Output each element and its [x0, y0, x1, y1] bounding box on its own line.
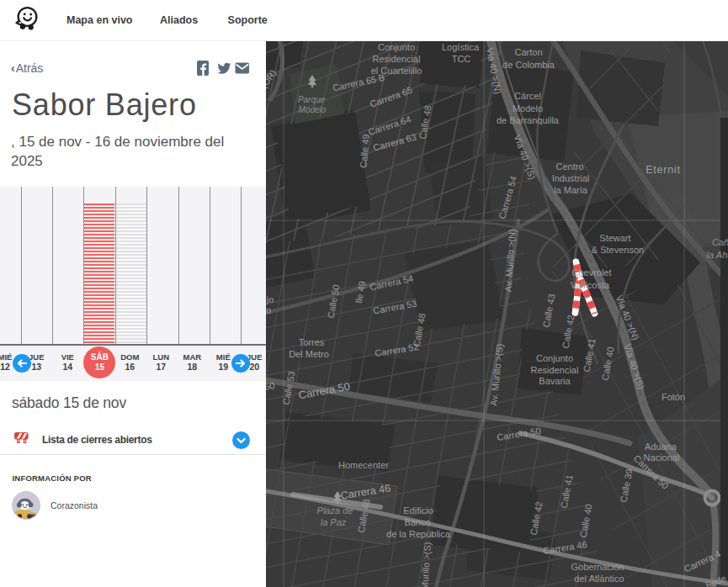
svg-text:Cañ: Cañ [712, 237, 728, 247]
svg-text:Eternit: Eternit [646, 164, 681, 176]
svg-text:Edificio: Edificio [403, 505, 433, 516]
svg-text:Plaza de: Plaza de [317, 505, 353, 516]
svg-text:Centro: Centro [555, 161, 583, 172]
svg-text:Residencial: Residencial [373, 54, 421, 64]
svg-text:Modelo: Modelo [513, 103, 543, 114]
svg-text:Vallicosta: Vallicosta [571, 280, 610, 290]
svg-text:Aduana: Aduana [645, 442, 678, 452]
svg-text:Fotón: Fotón [662, 392, 685, 402]
svg-text:o: o [266, 305, 271, 315]
svg-text:jo: jo [266, 294, 274, 304]
svg-text:Torres: Torres [299, 337, 325, 347]
svg-text:la Paz: la Paz [321, 517, 347, 527]
svg-text:la Ahu: la Ahu [707, 250, 728, 260]
svg-text:Modelo: Modelo [299, 105, 327, 114]
svg-text:Stewart: Stewart [599, 233, 630, 243]
svg-text:Cárcel: Cárcel [514, 91, 541, 101]
svg-text:Carton: Carton [514, 47, 542, 57]
svg-text:Logística: Logística [442, 42, 480, 52]
svg-text:Del Metro: Del Metro [289, 349, 329, 359]
svg-text:Conjunto: Conjunto [378, 42, 415, 52]
svg-text:de Colombia: de Colombia [502, 60, 555, 70]
svg-text:TCC: TCC [452, 54, 471, 64]
svg-text:Gobernación: Gobernación [571, 562, 624, 572]
svg-text:Banco: Banco [404, 517, 430, 527]
svg-text:Parque: Parque [298, 95, 326, 104]
svg-text:de Barranquilla: de Barranquilla [497, 115, 560, 125]
svg-text:la María: la María [554, 185, 588, 195]
svg-text:& Stevenson: & Stevenson [592, 245, 644, 255]
svg-text:Industrial: Industrial [552, 173, 590, 183]
svg-text:Bavaria: Bavaria [539, 376, 571, 386]
svg-text:Nacional: Nacional [644, 452, 680, 463]
svg-text:Residencial: Residencial [531, 365, 579, 375]
svg-text:de la República: de la República [386, 529, 451, 539]
svg-text:Homecenter: Homecenter [338, 460, 389, 470]
svg-text:Conjunto: Conjunto [536, 353, 573, 363]
svg-text:del Atlántico: del Atlántico [574, 574, 624, 584]
svg-text:Chevrolet: Chevrolet [571, 267, 611, 278]
